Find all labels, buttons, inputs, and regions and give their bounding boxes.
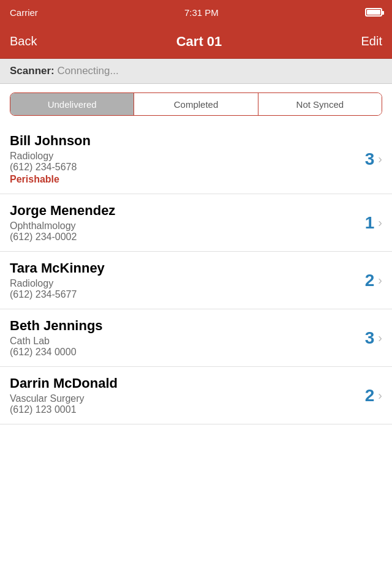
patient-department: Ophthalmology (10, 221, 365, 232)
patient-info: Beth Jennings Cath Lab (612) 234 0000 (10, 318, 365, 358)
patient-row[interactable]: Bill Johnson Radiology (612) 234-5678 Pe… (0, 124, 392, 194)
scanner-status: Connecting... (57, 65, 118, 77)
patient-count: 3 (365, 328, 375, 348)
patient-row[interactable]: Beth Jennings Cath Lab (612) 234 0000 3 … (0, 309, 392, 367)
patient-department: Radiology (10, 151, 365, 162)
edit-button[interactable]: Edit (361, 34, 382, 48)
patient-name: Beth Jennings (10, 318, 365, 334)
patient-name: Tara McKinney (10, 260, 365, 276)
patient-count: 2 (365, 271, 375, 290)
patient-count: 3 (365, 149, 375, 169)
patient-row[interactable]: Darrin McDonald Vascular Surgery (612) 1… (0, 367, 392, 424)
chevron-right-icon: › (378, 331, 382, 345)
patient-department: Radiology (10, 278, 365, 289)
battery-area (365, 8, 382, 17)
patient-department: Cath Lab (10, 336, 365, 347)
chevron-right-icon: › (378, 216, 382, 230)
patient-right: 1 › (365, 213, 382, 233)
scanner-label: Scanner: (10, 65, 55, 77)
segmented-control: Undelivered Completed Not Synced (10, 92, 382, 116)
scanner-bar: Scanner: Connecting... (0, 59, 392, 84)
chevron-right-icon: › (378, 388, 382, 402)
patient-row[interactable]: Jorge Menendez Ophthalmology (612) 234-0… (0, 194, 392, 252)
patient-right: 3 › (365, 328, 382, 348)
patient-name: Bill Johnson (10, 133, 365, 149)
carrier-label: Carrier (10, 7, 38, 18)
chevron-right-icon: › (378, 273, 382, 287)
patient-info: Darrin McDonald Vascular Surgery (612) 1… (10, 375, 365, 415)
patient-count: 2 (365, 386, 375, 405)
back-button[interactable]: Back (10, 34, 37, 48)
chevron-right-icon: › (378, 152, 382, 166)
patient-count: 1 (365, 213, 375, 233)
tab-not-synced[interactable]: Not Synced (258, 93, 382, 115)
patient-info: Tara McKinney Radiology (612) 234-5677 (10, 260, 365, 300)
patient-info: Jorge Menendez Ophthalmology (612) 234-0… (10, 203, 365, 243)
patient-info: Bill Johnson Radiology (612) 234-5678 Pe… (10, 133, 365, 185)
patient-name: Jorge Menendez (10, 203, 365, 219)
patient-phone: (612) 234-0002 (10, 232, 365, 243)
patient-phone: (612) 123 0001 (10, 404, 365, 415)
time-label: 7:31 PM (184, 7, 219, 18)
patient-right: 3 › (365, 149, 382, 169)
patient-tag: Perishable (10, 174, 365, 185)
patient-row[interactable]: Tara McKinney Radiology (612) 234-5677 2… (0, 252, 392, 309)
nav-bar: Back Cart 01 Edit (0, 24, 392, 59)
battery-icon (365, 8, 382, 17)
tab-completed[interactable]: Completed (134, 93, 258, 115)
patient-phone: (612) 234-5678 (10, 162, 365, 173)
tab-undelivered[interactable]: Undelivered (10, 93, 134, 115)
patient-department: Vascular Surgery (10, 393, 365, 404)
patient-right: 2 › (365, 386, 382, 405)
patient-list: Bill Johnson Radiology (612) 234-5678 Pe… (0, 124, 392, 424)
status-bar: Carrier 7:31 PM (0, 0, 392, 24)
patient-phone: (612) 234-5677 (10, 289, 365, 300)
patient-phone: (612) 234 0000 (10, 347, 365, 358)
page-title: Cart 01 (176, 34, 222, 50)
patient-name: Darrin McDonald (10, 375, 365, 391)
patient-right: 2 › (365, 271, 382, 290)
